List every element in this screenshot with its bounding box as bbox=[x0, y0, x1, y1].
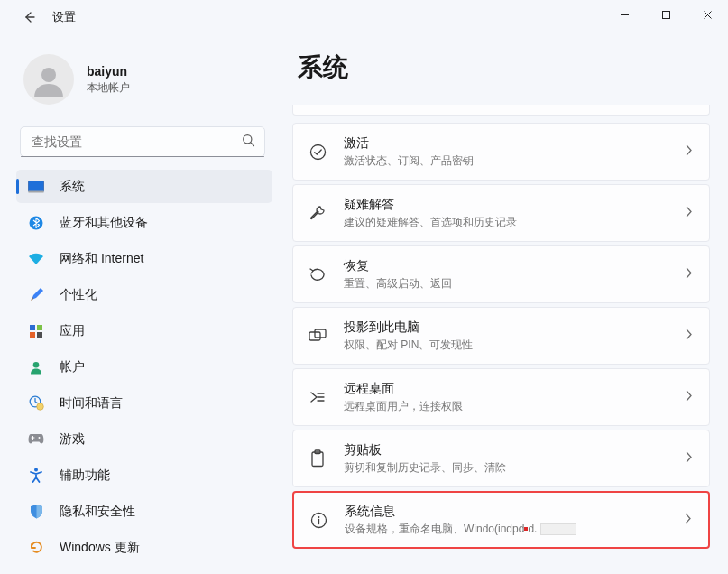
chevron-right-icon bbox=[686, 267, 693, 282]
nav-label: 隐私和安全性 bbox=[60, 504, 135, 520]
gamepad-icon bbox=[27, 430, 45, 449]
card-title: 远程桌面 bbox=[344, 381, 678, 397]
card-sub: 远程桌面用户，连接权限 bbox=[344, 399, 678, 414]
profile-sub: 本地帐户 bbox=[87, 80, 130, 96]
person-icon bbox=[27, 358, 45, 376]
nav-item-network[interactable]: 网络和 Internet bbox=[16, 242, 272, 275]
svg-point-10 bbox=[33, 362, 40, 368]
nav-label: 应用 bbox=[60, 323, 85, 339]
svg-point-2 bbox=[244, 135, 252, 144]
shield-icon bbox=[27, 503, 45, 521]
titlebar: 设置 bbox=[0, 0, 728, 34]
svg-point-12 bbox=[36, 403, 43, 411]
profile-name: baiyun bbox=[87, 64, 130, 79]
svg-rect-6 bbox=[30, 325, 35, 330]
card-about[interactable]: 系统信息 设备规格，重命名电脑、Windo(indpdd. bbox=[292, 491, 710, 549]
nav-item-gaming[interactable]: 游戏 bbox=[16, 422, 272, 456]
svg-rect-9 bbox=[37, 332, 42, 338]
chevron-right-icon bbox=[686, 329, 693, 343]
svg-rect-8 bbox=[30, 332, 35, 338]
card-title: 激活 bbox=[344, 135, 678, 152]
nav-label: 蓝牙和其他设备 bbox=[60, 215, 148, 231]
svg-point-15 bbox=[310, 144, 325, 159]
svg-point-13 bbox=[39, 437, 41, 439]
maximize-button[interactable] bbox=[645, 0, 687, 29]
sidebar: baiyun 本地帐户 系统 bbox=[0, 34, 280, 574]
clipboard-icon bbox=[308, 449, 327, 468]
search-icon bbox=[242, 134, 255, 150]
nav-label: 时间和语言 bbox=[60, 395, 123, 412]
clock-globe-icon bbox=[27, 394, 45, 412]
page-title: 系统 bbox=[298, 51, 710, 85]
card-sub: 权限、配对 PIN、可发现性 bbox=[344, 338, 678, 353]
nav-item-accessibility[interactable]: 辅助功能 bbox=[16, 458, 272, 492]
bluetooth-icon bbox=[27, 214, 45, 232]
wifi-icon bbox=[27, 250, 45, 268]
svg-rect-18 bbox=[312, 452, 323, 467]
project-icon bbox=[308, 326, 327, 346]
svg-point-14 bbox=[34, 468, 38, 472]
chevron-right-icon bbox=[685, 513, 692, 527]
minimize-button[interactable] bbox=[604, 0, 645, 29]
search-box[interactable] bbox=[20, 126, 265, 157]
nav-item-windows-update[interactable]: Windows 更新 bbox=[16, 531, 272, 564]
window-title: 设置 bbox=[52, 10, 76, 25]
card-sub: 剪切和复制历史记录、同步、清除 bbox=[344, 460, 678, 476]
card-remote-desktop[interactable]: 远程桌面 远程桌面用户，连接权限 bbox=[292, 368, 710, 426]
nav-item-time-language[interactable]: 时间和语言 bbox=[16, 386, 272, 420]
nav-list: 系统 蓝牙和其他设备 网络和 Internet bbox=[16, 170, 272, 564]
card-title: 恢复 bbox=[344, 258, 678, 274]
nav-label: 系统 bbox=[60, 179, 85, 195]
card-title: 疑难解答 bbox=[344, 197, 678, 213]
nav-item-personalization[interactable]: 个性化 bbox=[16, 278, 272, 311]
card-activation[interactable]: 激活 激活状态、订阅、产品密钥 bbox=[292, 123, 710, 181]
chevron-right-icon bbox=[686, 390, 693, 404]
svg-rect-4 bbox=[29, 190, 44, 192]
remote-icon bbox=[308, 387, 327, 407]
recovery-icon bbox=[308, 264, 327, 284]
back-button[interactable] bbox=[16, 5, 41, 30]
card-recovery[interactable]: 恢复 重置、高级启动、返回 bbox=[292, 245, 710, 303]
card-title: 系统信息 bbox=[345, 504, 677, 520]
svg-rect-3 bbox=[29, 181, 44, 191]
nav-label: Windows 更新 bbox=[60, 540, 140, 556]
accessibility-icon bbox=[27, 467, 45, 485]
nav-item-apps[interactable]: 应用 bbox=[16, 314, 272, 347]
card-sub: 重置、高级启动、返回 bbox=[344, 276, 678, 292]
close-button[interactable] bbox=[687, 0, 728, 29]
svg-rect-0 bbox=[662, 11, 669, 18]
paintbrush-icon bbox=[27, 286, 45, 304]
nav-item-accounts[interactable]: 帐户 bbox=[16, 350, 272, 384]
svg-rect-7 bbox=[37, 325, 42, 330]
nav-label: 游戏 bbox=[60, 431, 85, 448]
main-content: 系统 激活 激活状态、订阅、产品密钥 bbox=[280, 34, 728, 574]
nav-item-system[interactable]: 系统 bbox=[16, 170, 272, 203]
nav-item-privacy[interactable]: 隐私和安全性 bbox=[16, 495, 272, 528]
red-dot bbox=[524, 527, 528, 531]
nav-item-bluetooth[interactable]: 蓝牙和其他设备 bbox=[16, 206, 272, 239]
card-sub: 激活状态、订阅、产品密钥 bbox=[344, 153, 678, 169]
card-troubleshoot[interactable]: 疑难解答 建议的疑难解答、首选项和历史记录 bbox=[292, 184, 710, 242]
nav-label: 网络和 Internet bbox=[60, 251, 143, 267]
card-clipboard[interactable]: 剪贴板 剪切和复制历史记录、同步、清除 bbox=[292, 430, 710, 487]
partial-card-top bbox=[292, 105, 710, 116]
card-title: 剪贴板 bbox=[344, 442, 678, 458]
card-project[interactable]: 投影到此电脑 权限、配对 PIN、可发现性 bbox=[292, 307, 710, 365]
profile-block[interactable]: baiyun 本地帐户 bbox=[16, 43, 272, 123]
settings-list: 激活 激活状态、订阅、产品密钥 疑难解答 建议的疑难解答、首选项和历史记录 bbox=[292, 105, 710, 549]
card-sub: 建议的疑难解答、首选项和历史记录 bbox=[344, 215, 678, 230]
chevron-right-icon bbox=[686, 144, 693, 159]
system-icon bbox=[27, 178, 45, 196]
nav-label: 辅助功能 bbox=[60, 468, 110, 484]
nav-label: 个性化 bbox=[60, 287, 97, 303]
avatar bbox=[23, 54, 74, 105]
chevron-right-icon bbox=[686, 451, 693, 466]
card-sub: 设备规格，重命名电脑、Windo(indpdd. bbox=[345, 522, 677, 537]
nav-label: 帐户 bbox=[60, 359, 85, 375]
thumb-image bbox=[540, 523, 576, 535]
check-circle-icon bbox=[308, 142, 327, 162]
search-input[interactable] bbox=[32, 135, 234, 149]
apps-icon bbox=[27, 322, 45, 340]
update-icon bbox=[27, 539, 45, 557]
card-title: 投影到此电脑 bbox=[344, 319, 678, 336]
